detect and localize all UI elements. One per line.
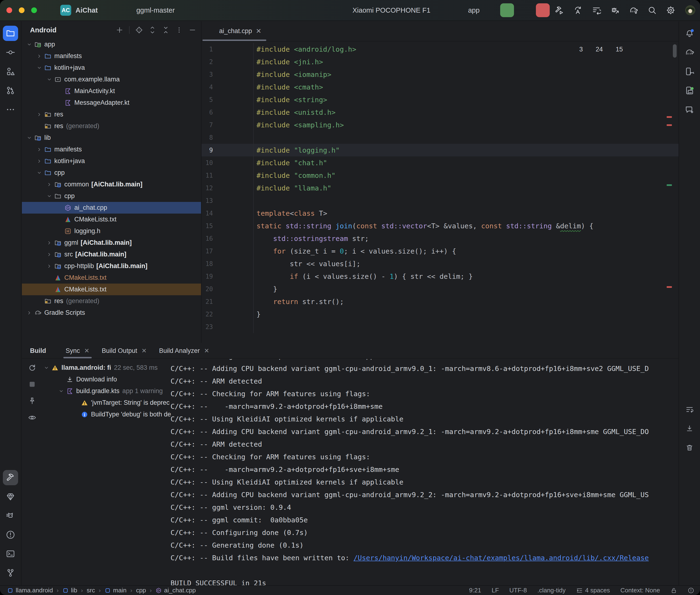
code-line-18[interactable]: 18 str << values[i];	[201, 257, 678, 270]
branch-selector[interactable]: ggml-master	[125, 6, 184, 14]
options-button[interactable]	[175, 26, 183, 34]
tool-stripe-running-devices[interactable]	[682, 83, 697, 98]
debug-button[interactable]	[520, 5, 530, 15]
tool-stripe-commit[interactable]	[3, 45, 18, 60]
search-button[interactable]	[648, 6, 657, 15]
project-view-selector[interactable]: Android	[30, 26, 56, 34]
tool-stripe-more-tool-windows[interactable]	[3, 102, 18, 117]
code-line-23[interactable]: 23	[201, 320, 678, 333]
tool-stripe-terminal[interactable]	[3, 546, 18, 561]
tree-item-common[interactable]: common[AiChat.lib.main]	[22, 178, 201, 190]
minimize-button[interactable]	[19, 7, 25, 13]
close-tab-icon[interactable]: ✕	[141, 347, 147, 355]
breadcrumb-src[interactable]: src	[87, 587, 95, 594]
tool-stripe-logcat[interactable]	[3, 508, 18, 523]
tree-item-kotlin-java[interactable]: kotlin+java	[22, 155, 201, 167]
chevron-down-icon[interactable]	[58, 388, 65, 394]
rerun-build-button[interactable]	[28, 363, 36, 372]
chevron-right-icon[interactable]	[36, 53, 43, 59]
restore-button[interactable]	[592, 6, 601, 15]
chevron-down-icon[interactable]	[43, 365, 50, 371]
code-line-14[interactable]: 14template<class T>	[201, 207, 678, 220]
settings-button[interactable]	[666, 6, 675, 15]
code-line-20[interactable]: 20 }	[201, 283, 678, 295]
stop-build-button[interactable]	[28, 380, 36, 389]
tree-item-app[interactable]: app	[22, 38, 201, 50]
device-selector[interactable]: Xiaomi POCOPHONE F1	[341, 6, 440, 15]
status-line-ending[interactable]: LF	[492, 587, 499, 594]
chevron-right-icon[interactable]	[36, 158, 43, 164]
zoom-button[interactable]	[31, 7, 37, 13]
run-config-selector[interactable]: app	[455, 5, 489, 15]
code-line-4[interactable]: 4#include <cmath>	[201, 81, 678, 93]
status-clang-tidy[interactable]: .clang-tidy	[537, 587, 566, 594]
attach-debugger-button[interactable]	[611, 6, 619, 15]
chevron-down-icon[interactable]	[26, 135, 33, 141]
stop-button[interactable]	[536, 3, 550, 17]
code-line-6[interactable]: 6#include <unistd.h>	[201, 106, 678, 119]
editor-scrollbar[interactable]	[673, 44, 677, 58]
tree-item-ggml[interactable]: ggml[AiChat.lib.main]	[22, 237, 201, 249]
tool-stripe-device-manager[interactable]	[682, 64, 697, 79]
tree-item-src[interactable]: src[AiChat.lib.main]	[22, 249, 201, 260]
tree-item-messageadapter-kt[interactable]: MessageAdapter.kt	[22, 97, 201, 109]
tree-item-res[interactable]: res(generated)	[22, 295, 201, 307]
pin-tab-button[interactable]	[28, 397, 36, 405]
tree-item-mainactivity-kt[interactable]: MainActivity.kt	[22, 85, 201, 97]
tool-stripe-version-control[interactable]	[3, 565, 18, 580]
inspections-widget[interactable]: 3 24 15	[568, 45, 648, 54]
error-stripe-mark[interactable]	[667, 286, 672, 288]
breadcrumb-main[interactable]: main	[105, 587, 127, 594]
status-inspection-highlights[interactable]	[688, 587, 694, 594]
tool-stripe-scroll-to-end[interactable]	[682, 421, 697, 436]
status-encoding[interactable]: UTF-8	[509, 587, 527, 594]
code-line-13[interactable]: 13	[201, 194, 678, 207]
tree-item-cpp[interactable]: cpp	[22, 167, 201, 178]
tree-item-manifests[interactable]: manifests	[22, 144, 201, 155]
code-line-12[interactable]: 12#include "llama.h"	[201, 182, 678, 194]
build-run-button[interactable]	[555, 6, 564, 15]
tool-stripe-soft-wrap[interactable]	[682, 402, 697, 417]
code-line-16[interactable]: 16 std::ostringstream str;	[201, 232, 678, 245]
tool-stripe-structure[interactable]	[3, 64, 18, 79]
tree-item-logging-h[interactable]: logging.h	[22, 225, 201, 237]
hide-panel-button[interactable]	[189, 26, 196, 34]
chevron-right-icon[interactable]	[36, 147, 43, 152]
tree-item-cpp[interactable]: cpp	[22, 190, 201, 202]
breadcrumb-cpp[interactable]: cpp	[136, 587, 146, 594]
tree-item-res[interactable]: res	[22, 109, 201, 120]
tool-stripe-app-quality-insights[interactable]	[3, 489, 18, 504]
chevron-right-icon[interactable]	[26, 310, 33, 316]
code-line-5[interactable]: 5#include <string>	[201, 93, 678, 106]
chevron-right-icon[interactable]	[36, 112, 43, 117]
close-button[interactable]	[6, 7, 12, 13]
tree-item-cpp-httplib[interactable]: cpp-httplib[AiChat.lib.main]	[22, 260, 201, 272]
chevron-right-icon[interactable]	[46, 263, 53, 269]
build-tab-sync[interactable]: Sync✕	[60, 343, 96, 358]
tool-stripe-notifications[interactable]	[682, 26, 697, 41]
code-line-7[interactable]: 7#include <sampling.h>	[201, 119, 678, 131]
stripe-mark[interactable]	[667, 184, 672, 186]
code-line-8[interactable]: 8	[201, 131, 678, 144]
tree-item-cmakelists-txt[interactable]: CMakeLists.txt	[22, 284, 201, 295]
chevron-right-icon[interactable]	[46, 252, 53, 257]
tree-item-res[interactable]: res(generated)	[22, 120, 201, 132]
tree-item-manifests[interactable]: manifests	[22, 50, 201, 62]
tree-item-download-info[interactable]: Download info	[43, 374, 180, 385]
code-line-9[interactable]: 9#include "logging.h"	[201, 144, 678, 157]
code-line-21[interactable]: 21 return str.str();	[201, 295, 678, 308]
tree-item-build-gradle-kts[interactable]: build.gradle.ktsapp 1 warning	[43, 385, 180, 397]
apply-changes-button[interactable]	[573, 6, 582, 15]
breadcrumb-ai-chat-cpp[interactable]: ai_chat.cpp	[156, 587, 196, 594]
gradle-sync-button[interactable]	[629, 6, 638, 15]
status-context[interactable]: Context: None	[620, 587, 660, 594]
tree-item-kotlin-java[interactable]: kotlin+java	[22, 62, 201, 74]
tree-item-gradle-scripts[interactable]: Gradle Scripts	[22, 307, 201, 318]
code-line-15[interactable]: 15static std::string join(const std::vec…	[201, 220, 678, 232]
breadcrumb-llama-android[interactable]: llama.android	[7, 587, 53, 594]
tool-stripe-build[interactable]	[3, 470, 18, 485]
expand-all-button[interactable]	[149, 26, 156, 34]
next-problem-button[interactable]	[640, 47, 646, 53]
code-line-2[interactable]: 2#include <jni.h>	[201, 55, 678, 68]
code-line-22[interactable]: 22}	[201, 308, 678, 320]
